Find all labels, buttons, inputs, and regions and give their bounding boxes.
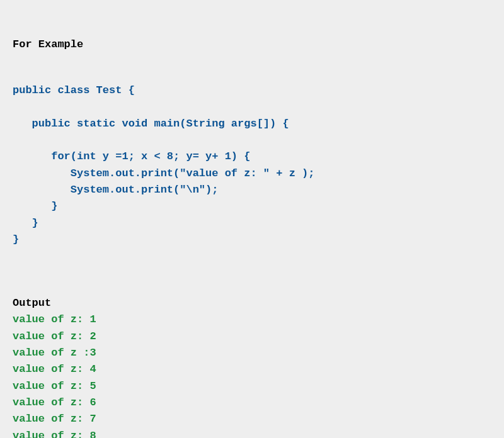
example-section: For Example public class Test { public s… — [13, 20, 491, 438]
output-line: value of z :3 — [13, 347, 96, 359]
output-line: value of z: 1 — [13, 313, 96, 325]
code-line: } — [13, 217, 38, 229]
output-line: value of z: 4 — [13, 363, 96, 375]
output-line: value of z: 6 — [13, 396, 96, 408]
code-line: System.out.print("\n"); — [13, 184, 218, 196]
code-line: } — [13, 233, 19, 245]
code-line: } — [13, 200, 57, 212]
code-line: for(int y =1; x < 8; y= y+ 1) { — [13, 150, 250, 162]
code-line: System.out.print("value of z: " + z ); — [13, 167, 314, 179]
code-line: public static void main(String args[]) { — [13, 118, 289, 130]
output-line: value of z: 8 — [13, 430, 96, 438]
output-line: value of z: 2 — [13, 330, 96, 342]
example-heading: For Example — [13, 38, 83, 50]
code-line: public class Test { — [13, 84, 135, 96]
output-line: value of z: 5 — [13, 380, 96, 392]
output-heading: Output — [13, 297, 51, 309]
output-line: value of z: 7 — [13, 413, 96, 425]
